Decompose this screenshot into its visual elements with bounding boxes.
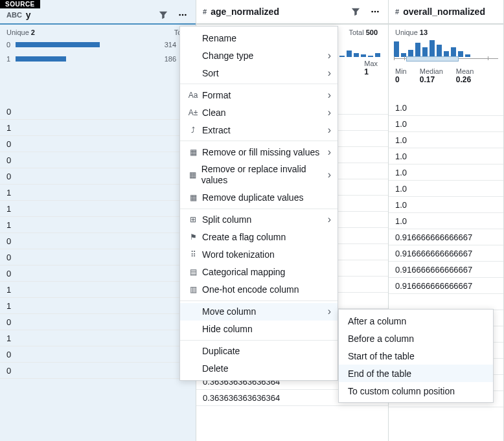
hist-bar bbox=[430, 40, 435, 57]
min-stat: Min0 bbox=[395, 67, 407, 84]
submenu-start-table[interactable]: Start of the table bbox=[339, 347, 493, 365]
hist-bar bbox=[394, 41, 399, 57]
table-cell[interactable]: 1 bbox=[0, 120, 196, 136]
flag-icon: ⚑ bbox=[188, 232, 198, 242]
type-chip: ABC bbox=[6, 11, 22, 19]
table-cell[interactable]: 1.0 bbox=[389, 197, 503, 213]
menu-onehot[interactable]: ▥One-hot encode column bbox=[180, 281, 338, 299]
type-chip: # bbox=[395, 8, 399, 16]
unique-stat: Unique13 bbox=[395, 28, 428, 36]
table-cell[interactable]: 0 bbox=[0, 136, 196, 152]
svg-point-2 bbox=[185, 14, 187, 16]
type-chip: # bbox=[203, 8, 207, 16]
table-cell[interactable]: 0 bbox=[0, 249, 196, 266]
table-cell[interactable]: 1 bbox=[0, 217, 196, 233]
table-cell[interactable]: 0 bbox=[0, 168, 196, 185]
column-name: age_normalized bbox=[211, 6, 344, 17]
submenu-after-column[interactable]: After a column bbox=[339, 312, 493, 330]
category-icon: ▤ bbox=[188, 267, 198, 277]
dist-label: 0 bbox=[6, 41, 16, 49]
dup-icon: ▦ bbox=[188, 192, 198, 203]
menu-delete[interactable]: Delete bbox=[180, 360, 338, 378]
median-stat: Median0.17 bbox=[420, 67, 443, 84]
table-cell[interactable]: 0 bbox=[0, 363, 196, 379]
table-cell[interactable]: 1.0 bbox=[389, 100, 503, 116]
menu-tokenize[interactable]: ⠿Word tokenization bbox=[180, 246, 338, 264]
column-context-menu: Rename Change type Sort AaFormat A±Clean… bbox=[179, 26, 338, 381]
clean-icon: A± bbox=[188, 107, 198, 118]
table-cell[interactable]: 1 bbox=[0, 298, 196, 314]
menu-remove-invalid[interactable]: ▦Remove or replace invalid values bbox=[180, 161, 338, 189]
table-cell[interactable]: 1 bbox=[0, 330, 196, 346]
dist-row: 1 186 bbox=[6, 53, 189, 65]
menu-remove-dup[interactable]: ▦Remove duplicate values bbox=[180, 189, 338, 207]
stats-row: Unique13 bbox=[389, 25, 503, 38]
menu-split[interactable]: ⊞Split column bbox=[180, 211, 338, 229]
distribution: 0 314 1 186 bbox=[0, 38, 196, 71]
table-cell[interactable]: 1.0 bbox=[389, 132, 503, 148]
table-cell[interactable]: 1.0 bbox=[389, 164, 503, 181]
column-name: y bbox=[26, 10, 152, 20]
move-column-submenu: After a column Before a column Start of … bbox=[338, 309, 494, 403]
submenu-end-table[interactable]: End of the table bbox=[339, 365, 493, 382]
more-icon[interactable] bbox=[175, 7, 190, 23]
split-icon: ⊞ bbox=[188, 214, 198, 225]
menu-duplicate[interactable]: Duplicate bbox=[180, 343, 338, 360]
table-cell[interactable] bbox=[389, 294, 503, 310]
table-cell[interactable]: 0 bbox=[0, 233, 196, 249]
table-cell[interactable]: 1 bbox=[0, 282, 196, 298]
cells-y: 01000111000110100 bbox=[0, 104, 196, 441]
hist-bar bbox=[347, 51, 352, 57]
table-cell[interactable]: 1.0 bbox=[389, 181, 503, 197]
unique-stat: Unique2 bbox=[6, 28, 35, 36]
table-cell[interactable]: 0 bbox=[0, 104, 196, 120]
missing-icon: ▦ bbox=[188, 147, 198, 157]
menu-change-type[interactable]: Change type bbox=[180, 47, 338, 64]
dist-label: 1 bbox=[6, 55, 16, 63]
dist-bar bbox=[16, 42, 100, 47]
svg-point-4 bbox=[374, 11, 376, 13]
menu-format[interactable]: AaFormat bbox=[180, 86, 338, 104]
hist-bar bbox=[451, 47, 456, 57]
table-cell[interactable]: 1.0 bbox=[389, 116, 503, 132]
submenu-before-column[interactable]: Before a column bbox=[339, 330, 493, 347]
stats-row: Unique2 Total bbox=[0, 25, 196, 38]
summary-row: Min0 Median0.17 Mean0.26 bbox=[389, 65, 503, 89]
filter-icon[interactable] bbox=[155, 7, 171, 23]
source-tag: SOURCE bbox=[0, 0, 40, 8]
extract-icon: ⤴ bbox=[188, 125, 198, 135]
dist-value: 314 bbox=[161, 41, 176, 49]
table-cell[interactable]: 0.916666666666667 bbox=[389, 278, 503, 294]
menu-extract[interactable]: ⤴Extract bbox=[180, 121, 338, 139]
menu-hide-column[interactable]: Hide column bbox=[180, 321, 338, 338]
menu-remove-fill[interactable]: ▦Remove or fill missing values bbox=[180, 143, 338, 161]
table-cell[interactable]: 0 bbox=[0, 152, 196, 168]
table-cell[interactable]: 0 bbox=[0, 266, 196, 282]
format-icon: Aa bbox=[188, 90, 198, 100]
table-cell[interactable]: 0.916666666666667 bbox=[389, 245, 503, 262]
menu-clean[interactable]: A±Clean bbox=[180, 104, 338, 121]
table-cell[interactable]: 0.916666666666667 bbox=[389, 229, 503, 245]
menu-categorical[interactable]: ▤Categorical mapping bbox=[180, 264, 338, 281]
more-icon[interactable] bbox=[367, 4, 383, 19]
svg-point-5 bbox=[377, 11, 379, 13]
dist-row: 0 314 bbox=[6, 39, 189, 51]
hist-bar bbox=[465, 54, 470, 57]
table-cell[interactable]: 1 bbox=[0, 185, 196, 201]
svg-point-0 bbox=[179, 14, 181, 16]
column-header-overall: # overall_normalized bbox=[389, 0, 503, 25]
submenu-custom-position[interactable]: To custom column position bbox=[339, 382, 493, 400]
table-cell[interactable]: 1 bbox=[0, 201, 196, 217]
menu-sort[interactable]: Sort bbox=[180, 64, 338, 82]
hist-bar bbox=[422, 47, 428, 57]
menu-flag[interactable]: ⚑Create a flag column bbox=[180, 229, 338, 246]
table-cell[interactable]: 1.0 bbox=[389, 213, 503, 229]
table-cell[interactable]: 1.0 bbox=[389, 148, 503, 164]
table-cell[interactable]: 0 bbox=[0, 346, 196, 363]
table-cell[interactable]: 0.916666666666667 bbox=[389, 262, 503, 278]
svg-point-3 bbox=[371, 11, 373, 13]
table-cell[interactable]: 0 bbox=[0, 314, 196, 330]
filter-icon[interactable] bbox=[348, 4, 363, 19]
menu-rename[interactable]: Rename bbox=[180, 29, 338, 47]
menu-move-column[interactable]: Move column bbox=[180, 303, 338, 321]
